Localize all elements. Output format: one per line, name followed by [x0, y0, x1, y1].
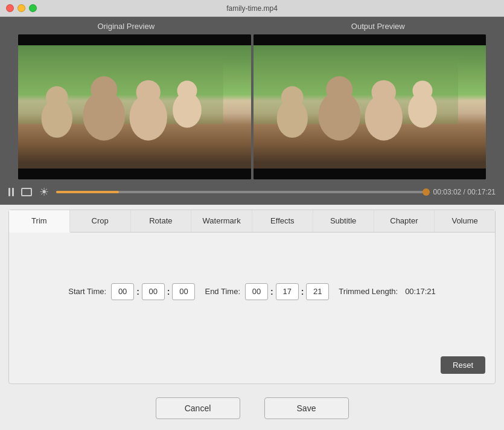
reset-button[interactable]: Reset [441, 356, 485, 374]
svg-point-6 [136, 80, 161, 104]
svg-point-17 [412, 81, 432, 101]
trim-content: Start Time: : : End Time: : : [9, 233, 495, 350]
title-bar: family-time.mp4 [0, 0, 504, 17]
trimmed-length-group: Trimmed Length: 00:17:21 [339, 287, 435, 296]
tab-watermark[interactable]: Watermark [191, 210, 252, 232]
frame-icon [21, 188, 32, 196]
preview-area: Original Preview Output Preview [0, 17, 504, 205]
end-sep-2: : [301, 287, 304, 297]
pause-button[interactable] [8, 188, 14, 196]
frame-button[interactable] [21, 188, 32, 196]
end-sep-1: : [270, 287, 273, 297]
end-time-group: End Time: : : [205, 283, 329, 300]
tab-chapter[interactable]: Chapter [374, 210, 435, 232]
start-time-label: Start Time: [68, 287, 106, 296]
start-time-group: Start Time: : : [68, 283, 195, 300]
svg-point-8 [177, 81, 197, 101]
end-minutes-input[interactable] [276, 283, 299, 300]
progress-thumb [423, 188, 430, 196]
tabs-header: Trim Crop Rotate Watermark Effects Subti… [9, 210, 495, 233]
trimmed-length-value: 00:17:21 [405, 287, 436, 296]
start-sep-1: : [136, 287, 139, 297]
trimmed-length-label: Trimmed Length: [339, 287, 398, 296]
end-seconds-input[interactable] [306, 283, 329, 300]
end-time-label: End Time: [205, 287, 240, 296]
svg-point-4 [91, 77, 117, 103]
output-preview-label: Output Preview [252, 22, 505, 31]
snapshot-button[interactable]: ☀ [39, 185, 49, 199]
output-video [254, 34, 486, 179]
cancel-button[interactable]: Cancel [156, 397, 240, 419]
camera-icon: ☀ [39, 185, 49, 199]
preview-labels: Original Preview Output Preview [0, 17, 504, 34]
tab-subtitle[interactable]: Subtitle [313, 210, 374, 232]
tab-rotate[interactable]: Rotate [131, 210, 192, 232]
original-preview-label: Original Preview [0, 22, 252, 31]
progress-track[interactable] [56, 191, 426, 193]
close-button[interactable] [6, 4, 14, 12]
time-display: 00:03:02 / 00:17:21 [433, 188, 496, 196]
start-time-inputs: : : [111, 283, 195, 300]
tab-volume[interactable]: Volume [435, 210, 495, 232]
svg-point-15 [371, 80, 395, 104]
save-button[interactable]: Save [264, 397, 349, 419]
tab-trim[interactable]: Trim [9, 210, 70, 233]
window-title: family-time.mp4 [226, 4, 278, 13]
start-seconds-input[interactable] [172, 283, 195, 300]
tab-effects[interactable]: Effects [252, 210, 313, 232]
bottom-bar: Cancel Save [0, 389, 504, 430]
window-controls [6, 4, 37, 12]
controls-bar: ☀ 00:03:02 / 00:17:21 [0, 179, 504, 205]
start-minutes-input[interactable] [142, 283, 165, 300]
svg-point-2 [46, 86, 68, 109]
start-sep-2: : [167, 287, 170, 297]
end-hours-input[interactable] [245, 283, 268, 300]
pause-icon [8, 188, 14, 196]
svg-point-11 [281, 86, 303, 109]
progress-fill [56, 191, 119, 193]
end-time-inputs: : : [245, 283, 329, 300]
start-hours-input[interactable] [111, 283, 134, 300]
minimize-button[interactable] [18, 4, 25, 12]
tabs-panel: Trim Crop Rotate Watermark Effects Subti… [8, 210, 496, 384]
maximize-button[interactable] [29, 4, 37, 12]
original-video [18, 34, 251, 179]
trim-row: Start Time: : : End Time: : : [68, 283, 435, 300]
reset-btn-row: Reset [9, 350, 495, 383]
preview-videos [0, 34, 504, 179]
svg-point-13 [326, 77, 352, 103]
tab-crop[interactable]: Crop [70, 210, 131, 232]
